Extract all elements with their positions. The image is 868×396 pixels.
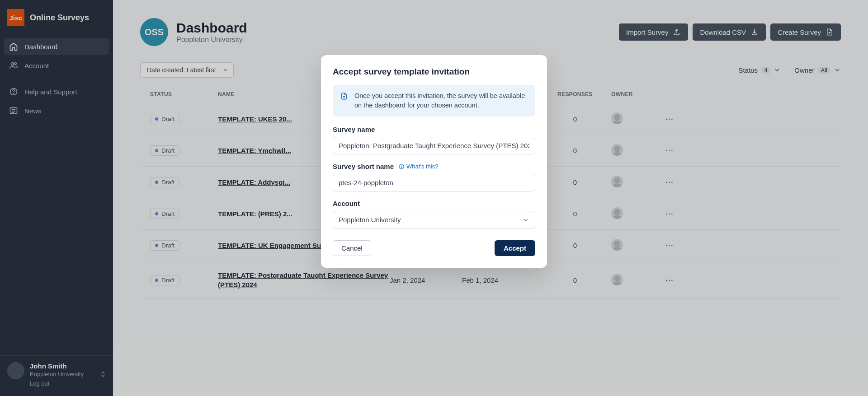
account-select[interactable]: Poppleton University <box>333 211 535 228</box>
modal-title: Accept survey template invitation <box>333 67 535 77</box>
svg-point-6 <box>401 168 402 168</box>
survey-name-label: Survey name <box>333 126 535 133</box>
account-label: Account <box>333 200 535 207</box>
survey-shortname-label: Survey short name What's this? <box>333 163 535 170</box>
document-icon <box>340 92 348 100</box>
whats-this-link[interactable]: What's this? <box>398 163 438 170</box>
accept-button[interactable]: Accept <box>495 240 535 256</box>
modal-info: Once you accept this invitation, the sur… <box>333 85 535 116</box>
survey-name-input[interactable] <box>333 137 535 154</box>
accept-invitation-modal: Accept survey template invitation Once y… <box>321 55 547 268</box>
chevron-down-icon <box>522 216 529 224</box>
cancel-button[interactable]: Cancel <box>333 240 371 256</box>
survey-shortname-input[interactable] <box>333 174 535 191</box>
